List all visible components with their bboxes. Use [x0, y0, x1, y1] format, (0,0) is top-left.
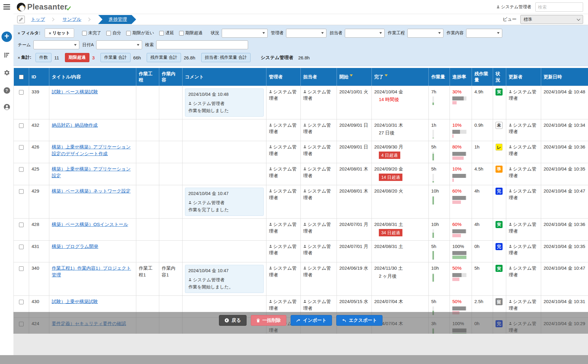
updated-time-cell: 2024/10/04 金 10:34: [541, 119, 588, 141]
column-header-6[interactable]: 担当者: [301, 68, 337, 86]
bulk-delete-button[interactable]: 一括削除: [251, 315, 286, 326]
progress-plan-bar: [452, 306, 466, 310]
column-header-13[interactable]: 更新者: [506, 68, 541, 86]
button-label: インポート: [303, 317, 326, 323]
index-list-icon[interactable]: [4, 52, 10, 59]
column-header-1[interactable]: タイトル/内容: [49, 68, 136, 86]
table-row[interactable]: 432納品対応）納品物作成システム管理者システム管理者2024/09/01 日2…: [14, 119, 588, 141]
filter-select-row2-1[interactable]: [96, 40, 142, 49]
progress-value: 10%: [452, 166, 462, 171]
breadcrumb-current[interactable]: 進捗管理: [98, 15, 136, 24]
item-title-link[interactable]: 構築）上乗せ構築）アプリケーション設定のデザインシート作成: [52, 144, 131, 156]
back-button[interactable]: 戻る: [219, 315, 246, 326]
export-button[interactable]: エクスポート: [336, 315, 383, 326]
checkbox[interactable]: [106, 31, 111, 36]
filter-checkbox-2[interactable]: 期限が近い: [126, 30, 154, 36]
column-header-3[interactable]: 作業内容: [159, 68, 183, 86]
global-search-input[interactable]: [535, 2, 583, 12]
row-checkbox[interactable]: [19, 145, 24, 150]
finish-date-cell: 2024/09/30 月4 日超過: [372, 141, 429, 163]
command-bar-overlay: 戻る一括削除インポートエクスポート: [13, 312, 588, 334]
app-logo[interactable]: Pleasanter: [17, 2, 71, 12]
process-cell: [136, 86, 159, 119]
column-header-4[interactable]: コメント: [183, 68, 266, 86]
select-all-checkbox[interactable]: [19, 75, 24, 79]
filter-checkbox-3[interactable]: 遅延: [159, 30, 174, 36]
column-header-2[interactable]: 作業工程: [136, 68, 159, 86]
filter-search-input[interactable]: [156, 40, 248, 49]
row-checkbox[interactable]: [19, 300, 24, 304]
breadcrumb-link-1[interactable]: サンプル: [62, 17, 81, 22]
table-row[interactable]: 428構築）ベース構築）OSインストールシステム管理者システム管理者2024/0…: [14, 218, 588, 240]
row-checkbox[interactable]: [19, 245, 24, 249]
row-checkbox[interactable]: [19, 189, 24, 194]
filter-select-0[interactable]: [222, 29, 268, 38]
column-header-9[interactable]: 作業量: [429, 68, 450, 86]
view-select[interactable]: 標準: [520, 15, 583, 24]
new-item-button[interactable]: +: [2, 32, 12, 42]
item-title-link[interactable]: 構築）プログラム開発: [52, 244, 98, 249]
workload-bar: [432, 196, 434, 205]
aggregation-chip[interactable]: 作業量 合計: [100, 53, 130, 62]
help-icon[interactable]: ?: [4, 87, 10, 94]
column-header-11[interactable]: 残作業量: [472, 68, 493, 86]
row-checkbox[interactable]: [19, 223, 24, 227]
filter-checkbox-1[interactable]: 自分: [106, 30, 121, 36]
finish-date-cell: 2024/10/31 木27 日後: [372, 119, 429, 141]
column-header-5[interactable]: 管理者: [266, 68, 301, 86]
user-reference: システム管理者: [509, 188, 536, 200]
item-title-link[interactable]: 作業工程1）作業内容1）プロジェクト管理: [52, 265, 131, 277]
column-header-14[interactable]: 更新日時: [541, 68, 588, 86]
filter-select-1[interactable]: [286, 29, 326, 38]
table-row[interactable]: 340作業工程1）作業内容1）プロジェクト管理作業工程1作業内容12024/10…: [14, 262, 588, 296]
item-title-link[interactable]: 納品対応）納品物作成: [52, 122, 98, 128]
table-row[interactable]: 426構築）上乗せ構築）アプリケーション設定のデザインシート作成システム管理者シ…: [14, 141, 588, 163]
workload-bar: [432, 174, 434, 182]
row-checkbox[interactable]: [19, 123, 24, 128]
account-icon[interactable]: [4, 104, 10, 111]
import-button[interactable]: インポート: [291, 315, 332, 326]
filter-checkbox-0[interactable]: 未完了: [82, 30, 101, 36]
filter-select-4[interactable]: [466, 29, 502, 38]
person-icon: [509, 123, 512, 127]
column-header-12[interactable]: 状況: [493, 68, 506, 86]
filter-select-3[interactable]: [407, 29, 443, 38]
current-user[interactable]: システム管理者: [496, 4, 531, 10]
checkbox[interactable]: [159, 31, 164, 36]
column-header-7[interactable]: 開始: [337, 68, 372, 86]
filter-reset-button[interactable]: ×リセット: [45, 28, 74, 38]
item-title-link[interactable]: 構築）上乗せ構築）アプリケーション設定: [52, 166, 131, 178]
filter-select-row2-0[interactable]: [33, 40, 79, 49]
breadcrumb-link-0[interactable]: トップ: [31, 17, 45, 22]
finish-date: 2024/09/20 金: [374, 166, 426, 172]
comment-user: システム管理者: [188, 277, 260, 283]
aggregation-chip[interactable]: 期限超過: [65, 53, 89, 62]
aggregation-chip[interactable]: 残作業量 合計: [147, 53, 181, 62]
checkbox[interactable]: [179, 31, 184, 36]
table-row[interactable]: 431構築）プログラム開発システム管理者システム管理者2024/07/01 月2…: [14, 240, 588, 262]
filter-select-2[interactable]: [345, 29, 385, 38]
table-row[interactable]: 429構築）ベース構築）ネットワーク設定2024/10/04 金 10:47 シ…: [14, 185, 588, 218]
column-header-0[interactable]: ID: [29, 68, 49, 86]
settings-gear-icon[interactable]: [4, 69, 10, 77]
item-title-link[interactable]: 試験）上乗せ構築試験: [52, 299, 98, 304]
export-icon: [342, 319, 346, 322]
menu-icon[interactable]: [3, 4, 10, 9]
row-checkbox[interactable]: [19, 90, 24, 95]
table-row[interactable]: 425構築）上乗せ構築）アプリケーション設定システム管理者システム管理者2024…: [14, 163, 588, 185]
current-user-name: システム管理者: [501, 4, 531, 10]
column-header-10[interactable]: 進捗率: [450, 68, 472, 86]
table-row[interactable]: 339試験）ベース構築試験2024/10/04 金 10:48 システム管理者作…: [14, 86, 588, 119]
aggregation-chip[interactable]: 件数: [36, 53, 51, 62]
edit-link-icon[interactable]: [17, 16, 25, 23]
aggregation-chip[interactable]: 担当者: 残作業量 合計: [201, 53, 251, 62]
column-header-8[interactable]: 完了: [372, 68, 429, 86]
item-title-link[interactable]: 構築）ベース構築）ネットワーク設定: [52, 188, 130, 193]
filter-checkbox-4[interactable]: 期限超過: [179, 30, 202, 36]
row-checkbox[interactable]: [19, 266, 24, 271]
row-checkbox[interactable]: [19, 167, 24, 172]
checkbox[interactable]: [126, 31, 131, 36]
item-title-link[interactable]: 構築）ベース構築）OSインストール: [52, 222, 128, 227]
item-title-link[interactable]: 試験）ベース構築試験: [52, 89, 98, 94]
checkbox[interactable]: [82, 31, 87, 36]
